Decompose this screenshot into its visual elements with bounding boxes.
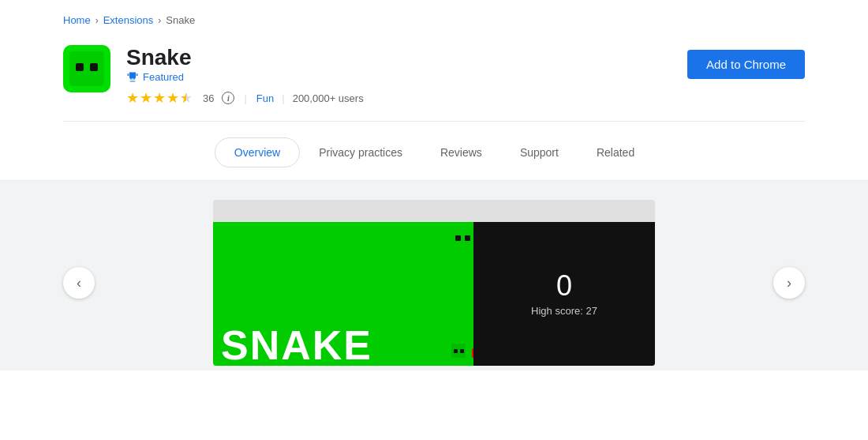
header-left: Snake Featured ★ ★ ★ ★ ★★ (63, 45, 364, 105)
carousel: ‹ SNAKE (0, 200, 868, 366)
snake-eye-right (90, 63, 98, 71)
star-rating: ★ ★ ★ ★ ★★ (126, 91, 193, 105)
game-area: SNAKE 0 High score: 27 (213, 222, 655, 366)
extension-name: Snake (126, 45, 364, 70)
extension-info: Snake Featured ★ ★ ★ ★ ★★ (126, 45, 364, 105)
mini-eye-l (454, 349, 458, 353)
breadcrumb-home[interactable]: Home (63, 14, 91, 26)
extension-header: Snake Featured ★ ★ ★ ★ ★★ (0, 37, 868, 121)
star-2: ★ (140, 91, 152, 105)
score-overlay: 0 High score: 27 (473, 222, 655, 366)
star-5: ★★ (180, 91, 193, 105)
head-eye-right (465, 235, 470, 241)
info-icon[interactable]: i (222, 92, 234, 104)
tab-overview[interactable]: Overview (215, 137, 300, 167)
tab-reviews[interactable]: Reviews (421, 138, 501, 167)
carousel-prev[interactable]: ‹ (63, 267, 95, 299)
tab-privacy[interactable]: Privacy practices (300, 138, 421, 167)
category-tag[interactable]: Fun (256, 92, 274, 104)
breadcrumb-extensions[interactable]: Extensions (103, 14, 154, 26)
breadcrumb: Home › Extensions › Snake (0, 0, 868, 37)
svg-rect-0 (128, 73, 129, 76)
star-1: ★ (126, 91, 139, 105)
mini-eye-r (460, 349, 464, 353)
tab-support[interactable]: Support (501, 138, 578, 167)
preview-section: ‹ SNAKE (0, 181, 868, 370)
add-to-chrome-button[interactable]: Add to Chrome (687, 50, 805, 79)
carousel-next[interactable]: › (773, 267, 805, 299)
featured-badge[interactable]: Featured (126, 70, 364, 83)
snake-eye-left (76, 63, 84, 71)
divider-v: | (282, 92, 284, 104)
user-count: 200,000+ users (293, 92, 364, 104)
current-score: 0 (556, 272, 572, 300)
snake-title-text: SNAKE (213, 325, 372, 366)
tab-related[interactable]: Related (578, 138, 653, 167)
featured-label: Featured (143, 71, 184, 83)
meta-row: ★ ★ ★ ★ ★★ 36 i | Fun | 200,000+ users (126, 91, 364, 105)
star-3: ★ (153, 91, 166, 105)
breadcrumb-sep2: › (158, 15, 161, 26)
breadcrumb-current: Snake (166, 14, 195, 26)
extension-icon (63, 45, 110, 92)
browser-bar (213, 200, 655, 222)
snake-face (69, 51, 104, 86)
review-count: 36 (203, 92, 214, 104)
snake-head-preview (451, 227, 473, 249)
star-4: ★ (166, 91, 179, 105)
breadcrumb-sep1: › (95, 15, 99, 26)
preview-image: SNAKE 0 High score: 27 (213, 200, 655, 366)
featured-icon (126, 70, 139, 83)
mini-snake (451, 344, 466, 358)
head-eye-left (455, 235, 461, 241)
tabs-nav: Overview Privacy practices Reviews Suppo… (0, 122, 868, 167)
separator: | (244, 92, 246, 104)
green-area: SNAKE 0 High score: 27 (213, 222, 655, 366)
svg-rect-1 (137, 73, 138, 76)
high-score: High score: 27 (531, 305, 597, 317)
